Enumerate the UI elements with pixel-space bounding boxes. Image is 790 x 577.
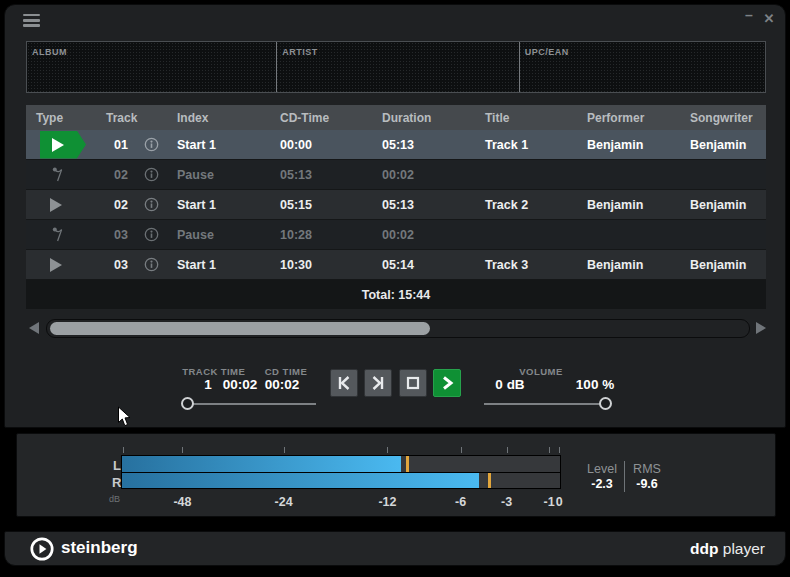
track-number: 03 [106, 228, 136, 242]
album-field[interactable]: ALBUM [27, 42, 276, 92]
horizontal-scrollbar [26, 318, 766, 339]
table-row[interactable]: 03 Start 1 10:30 05:14 Track 3 Benjamin … [26, 250, 766, 280]
info-icon[interactable] [136, 227, 166, 242]
duration-cell: 05:13 [340, 198, 442, 212]
volume-slider-track[interactable] [484, 403, 608, 405]
selected-play-flag [40, 131, 86, 159]
next-track-button[interactable] [364, 369, 392, 397]
duration-cell: 00:02 [340, 228, 442, 242]
previous-track-button[interactable] [330, 369, 358, 397]
col-title: Title [442, 111, 544, 125]
menu-icon[interactable] [23, 14, 40, 27]
col-cdtime: CD-Time [238, 111, 340, 125]
cd-time-label: CD TIME [265, 366, 308, 377]
duration-cell: 05:14 [340, 258, 442, 272]
col-type: Type [36, 111, 106, 125]
meter-db-label: dB [109, 494, 120, 504]
meter-scale-label: -3 [501, 495, 512, 509]
minimize-button[interactable]: – [741, 7, 757, 27]
meter-right-label: R [112, 475, 121, 490]
next-icon [369, 374, 387, 392]
play-icon [50, 198, 62, 212]
upc-ean-label: UPC/EAN [525, 47, 569, 57]
info-icon[interactable] [136, 257, 166, 272]
play-button[interactable] [433, 369, 461, 397]
track-number: 02 [106, 168, 136, 182]
album-label: ALBUM [32, 47, 67, 57]
cdtime-cell: 05:13 [238, 168, 340, 182]
progress-slider-knob[interactable] [181, 397, 194, 410]
table-row[interactable]: 01 Start 1 00:00 05:13 Track 1 Benjamin … [26, 130, 766, 160]
total-duration-row: Total: 15:44 [26, 280, 766, 309]
level-value: -2.3 [591, 477, 613, 491]
scroll-right-arrow[interactable] [756, 322, 766, 334]
meter-fill-left [122, 456, 401, 472]
index-cell: Pause [166, 168, 238, 182]
title-cell: Track 1 [442, 138, 544, 152]
track-label: TRACK [182, 366, 218, 377]
volume-db-value: 0 dB [495, 377, 524, 392]
index-cell: Start 1 [166, 258, 238, 272]
table-header: Type Track Index CD-Time Duration Title … [26, 105, 766, 130]
meter-bars [121, 455, 561, 489]
meter-scale-label: -6 [455, 495, 466, 509]
time-label: TIME [221, 366, 246, 377]
scroll-left-arrow[interactable] [29, 322, 39, 334]
upc-ean-field[interactable]: UPC/EAN [519, 42, 765, 92]
meter-scale-label: 0 [556, 495, 563, 509]
index-cell: Pause [166, 228, 238, 242]
title-cell: Track 3 [442, 258, 544, 272]
progress-slider-track[interactable] [186, 403, 316, 405]
track-number: 02 [106, 198, 136, 212]
col-index: Index [166, 111, 238, 125]
cdtime-cell: 00:00 [238, 138, 340, 152]
meter-scale-label: -12 [378, 495, 396, 509]
previous-icon [335, 374, 353, 392]
level-rms-divider [624, 461, 625, 492]
level-meter-panel: L R dB -48-24-12-6-3-10 Level -2.3 RMS -… [16, 433, 776, 517]
scrollbar-track[interactable] [46, 319, 750, 338]
peak-marker-right [488, 473, 491, 488]
meter-scale-label: -1 [543, 495, 554, 509]
cdtime-cell: 05:15 [238, 198, 340, 212]
product-name-light: player [723, 540, 765, 557]
rms-value: -9.6 [636, 477, 658, 491]
level-label: Level [587, 462, 617, 476]
artist-field[interactable]: ARTIST [276, 42, 518, 92]
meter-bar-left [122, 456, 560, 472]
cdtime-cell: 10:28 [238, 228, 340, 242]
title-cell: Track 2 [442, 198, 544, 212]
close-button[interactable]: ✕ [761, 11, 777, 27]
rms-label: RMS [633, 462, 661, 476]
meter-bar-right [122, 472, 560, 488]
cd-time-value: 00:02 [265, 377, 300, 392]
performer-cell: Benjamin [544, 198, 646, 212]
info-icon[interactable] [136, 197, 166, 212]
scrollbar-thumb[interactable] [50, 322, 430, 335]
col-performer: Performer [544, 111, 646, 125]
volume-slider-knob[interactable] [599, 397, 612, 410]
index-cell: Start 1 [166, 198, 238, 212]
steinberg-logo-icon [30, 537, 54, 561]
performer-cell: Benjamin [544, 138, 646, 152]
meter-fill-right [122, 473, 479, 488]
info-icon[interactable] [136, 137, 166, 152]
pause-icon [52, 226, 64, 243]
info-icon[interactable] [136, 167, 166, 182]
play-icon [438, 374, 456, 392]
col-duration: Duration [340, 111, 442, 125]
track-number: 03 [106, 258, 136, 272]
play-icon [50, 258, 62, 272]
stop-button[interactable] [399, 369, 427, 397]
meter-scale-label: -24 [275, 495, 293, 509]
main-panel: – ✕ ALBUM ARTIST UPC/EAN Type Track Inde… [4, 4, 786, 428]
artist-label: ARTIST [282, 47, 318, 57]
meter-db-scale: -48-24-12-6-3-10 [122, 495, 560, 511]
performer-cell: Benjamin [544, 258, 646, 272]
table-row[interactable]: 02 Start 1 05:15 05:13 Track 2 Benjamin … [26, 190, 766, 220]
peak-marker-left [406, 456, 409, 472]
volume-label: VOLUME [519, 366, 563, 377]
meter-scale-label: -48 [173, 495, 191, 509]
table-row[interactable]: 03 Pause 10:28 00:02 [26, 220, 766, 250]
table-row[interactable]: 02 Pause 05:13 00:02 [26, 160, 766, 190]
